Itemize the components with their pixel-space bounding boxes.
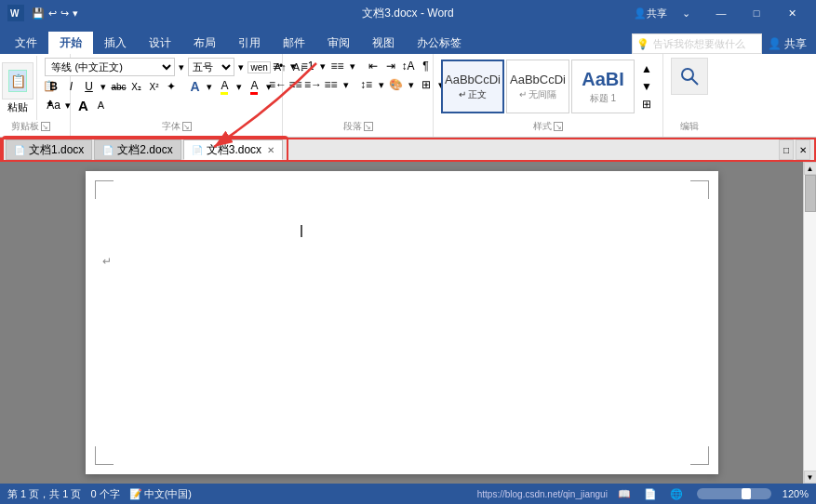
borders-btn[interactable]: ⊞ xyxy=(418,76,435,93)
minimize-btn[interactable]: — xyxy=(704,4,738,22)
tab-file[interactable]: 文件 xyxy=(4,32,48,54)
doc-tab-3-label: 文档3.docx xyxy=(207,142,261,158)
align-right-btn[interactable]: ≡→ xyxy=(305,76,322,93)
decrease-indent-btn[interactable]: ⇤ xyxy=(365,58,381,74)
search-editing-btn[interactable] xyxy=(671,58,708,95)
shading-dropdown[interactable]: ▾ xyxy=(406,77,417,93)
strikethrough-button[interactable]: abc xyxy=(110,78,127,95)
page-corner-tl xyxy=(95,180,114,199)
tab-mailings[interactable]: 邮件 xyxy=(272,32,316,54)
shrink-font-btn[interactable]: A xyxy=(92,97,109,113)
tell-me-box[interactable]: 💡 告诉我你想要做什么 xyxy=(632,33,762,54)
highlight-button[interactable]: A xyxy=(216,78,233,95)
tab-close-btn[interactable]: ✕ xyxy=(796,139,810,160)
tab-view[interactable]: 视图 xyxy=(361,32,406,54)
bullet-list-btn[interactable]: ≡• xyxy=(270,58,287,74)
subscript-button[interactable]: X₂ xyxy=(127,78,144,95)
font-color-button[interactable]: A xyxy=(246,78,262,95)
font-change-dropdown[interactable]: ▾ xyxy=(62,98,74,113)
zoom-slider[interactable] xyxy=(697,488,771,499)
text-effect-dropdown[interactable]: ▾ xyxy=(204,79,215,95)
justify-btn[interactable]: ≡≡ xyxy=(323,76,340,93)
view-web-btn[interactable]: 🌐 xyxy=(667,485,686,502)
underline-dropdown[interactable]: ▾ xyxy=(98,79,109,95)
highlight-dropdown[interactable]: ▾ xyxy=(234,79,245,95)
scroll-down-btn[interactable]: ▼ xyxy=(804,471,817,484)
customize-quick-btn[interactable]: ▾ xyxy=(73,7,78,20)
underline-button[interactable]: U xyxy=(80,78,97,95)
paragraph-mark: ↵ xyxy=(102,255,112,268)
close-btn[interactable]: ✕ xyxy=(775,4,809,22)
styles-scroll-up[interactable]: ▲ xyxy=(638,60,655,77)
align-center-btn[interactable]: ≡≡ xyxy=(288,76,304,93)
style-no-spacing[interactable]: AaBbCcDi ↵ 无间隔 xyxy=(506,60,569,113)
view-read-btn[interactable]: 📖 xyxy=(615,485,634,502)
tab-home[interactable]: 开始 xyxy=(48,32,93,54)
tab-review[interactable]: 审阅 xyxy=(316,32,361,54)
multilevel-list-btn[interactable]: ≡≡ xyxy=(329,58,346,74)
show-hide-btn[interactable]: ¶ xyxy=(418,58,435,74)
paragraph-expander[interactable]: ↘ xyxy=(364,122,373,131)
maximize-btn[interactable]: □ xyxy=(740,4,773,22)
doc-tab-3-close[interactable]: ✕ xyxy=(267,145,274,155)
proofing-icon: 📝 xyxy=(129,488,142,500)
doc-tabs-bar: 📄 文档1.docx 📄 文档2.docx 📄 文档3.docx ✕ □ ✕ xyxy=(0,138,816,162)
grow-font-btn[interactable]: A xyxy=(74,97,91,113)
ribbon-collapse-btn[interactable]: ⌄ xyxy=(669,4,702,22)
increase-indent-btn[interactable]: ⇥ xyxy=(382,58,399,74)
sort-btn[interactable]: ↕A xyxy=(400,58,417,74)
doc-tab-1[interactable]: 📄 文档1.docx xyxy=(6,139,92,160)
scroll-thumb[interactable] xyxy=(805,175,816,212)
tab-layout-btn[interactable]: □ xyxy=(779,139,794,160)
superscript-button[interactable]: X² xyxy=(145,78,162,95)
styles-scroll-down[interactable]: ▼ xyxy=(638,78,655,95)
doc-tab-2-label: 文档2.docx xyxy=(117,142,172,158)
font-expander[interactable]: ↘ xyxy=(182,122,192,131)
multilevel-dropdown[interactable]: ▾ xyxy=(347,59,358,74)
redo-quick-btn[interactable]: ↪ xyxy=(60,7,69,20)
doc-tab-2[interactable]: 📄 文档2.docx xyxy=(94,139,181,160)
tab-office-tabs[interactable]: 办公标签 xyxy=(406,32,473,54)
svg-point-2 xyxy=(682,69,693,80)
text-effect-button[interactable]: A xyxy=(186,78,203,95)
font-size-dropdown[interactable]: ▾ xyxy=(235,60,247,75)
numbered-dropdown[interactable]: ▾ xyxy=(317,59,328,74)
font-change-btn[interactable]: Aa xyxy=(45,97,61,113)
font-family-dropdown[interactable]: ▾ xyxy=(176,60,187,75)
bullet-dropdown[interactable]: ▾ xyxy=(288,59,299,74)
word-count: 0 个字 xyxy=(90,487,119,501)
style-heading1[interactable]: AaBI 标题 1 xyxy=(571,60,635,113)
tab-references[interactable]: 引用 xyxy=(227,32,272,54)
save-quick-btn[interactable]: 💾 xyxy=(32,7,45,20)
italic-button[interactable]: I xyxy=(62,78,79,95)
paste-button[interactable]: 📋 粘贴 xyxy=(2,56,37,120)
share-button[interactable]: 👤 共享 xyxy=(634,4,667,22)
styles-expander[interactable]: ↘ xyxy=(554,122,563,131)
line-spacing-btn[interactable]: ↕≡ xyxy=(358,76,375,93)
align-left-btn[interactable]: ≡← xyxy=(270,76,287,93)
doc-page[interactable]: I ↵ xyxy=(86,171,718,474)
doc-tab-3[interactable]: 📄 文档3.docx ✕ xyxy=(183,139,283,160)
lightbulb-icon: 💡 xyxy=(636,38,649,50)
share-btn[interactable]: 👤 共享 xyxy=(768,36,807,52)
style-normal[interactable]: AaBbCcDi ↵ 正文 xyxy=(441,60,504,113)
status-bar: 第 1 页，共 1 页 0 个字 📝 中文(中国) https://blog.c… xyxy=(0,484,816,504)
tab-layout[interactable]: 布局 xyxy=(182,32,227,54)
justify-dropdown[interactable]: ▾ xyxy=(341,77,352,93)
styles-more[interactable]: ⊞ xyxy=(638,96,655,113)
tab-insert[interactable]: 插入 xyxy=(93,32,138,54)
font-size-select[interactable]: 五号 xyxy=(188,58,234,76)
doc-icon-1: 📄 xyxy=(14,145,25,155)
line-spacing-dropdown[interactable]: ▾ xyxy=(376,77,387,93)
numbered-list-btn[interactable]: ≡1 xyxy=(300,58,316,74)
view-layout-btn[interactable]: 📄 xyxy=(641,485,660,502)
title-bar: W 💾 ↩ ↪ ▾ 文档3.docx - Word 👤 共享 ⌄ — □ ✕ xyxy=(0,0,816,26)
shading-btn[interactable]: 🎨 xyxy=(388,76,405,93)
bold-button[interactable]: B xyxy=(45,78,61,95)
font-family-select[interactable]: 等线 (中文正文) xyxy=(45,58,175,76)
tab-design[interactable]: 设计 xyxy=(138,32,182,54)
scroll-up-btn[interactable]: ▲ xyxy=(804,162,817,175)
undo-quick-btn[interactable]: ↩ xyxy=(48,7,57,20)
clear-format-button[interactable]: ✦ xyxy=(163,78,180,95)
svg-line-3 xyxy=(692,79,699,86)
